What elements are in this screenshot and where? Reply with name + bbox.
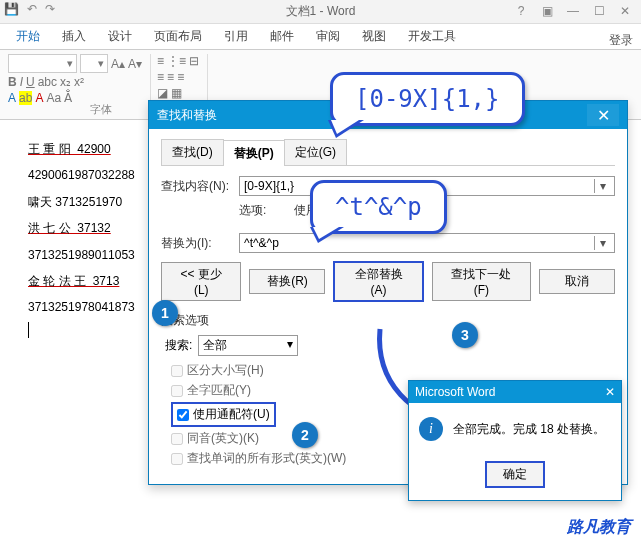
search-scope-label: 搜索: <box>165 337 192 354</box>
underline-button[interactable]: U <box>26 75 35 89</box>
search-scope-select[interactable]: 全部▾ <box>198 335 298 356</box>
tab-find[interactable]: 查找(D) <box>161 139 224 165</box>
tab-insert[interactable]: 插入 <box>54 24 94 49</box>
window-title: 文档1 - Word <box>286 3 356 20</box>
italic-button[interactable]: I <box>20 75 23 89</box>
find-label: 查找内容(N): <box>161 178 233 195</box>
replace-label: 替换为(I): <box>161 235 233 252</box>
cancel-button[interactable]: 取消 <box>539 269 615 294</box>
step-badge-3: 3 <box>452 322 478 348</box>
find-next-button[interactable]: 查找下一处(F) <box>432 262 531 301</box>
callout-tail <box>310 227 344 243</box>
tab-goto[interactable]: 定位(G) <box>284 139 347 165</box>
msgbox-text: 全部完成。完成 18 处替换。 <box>453 421 605 438</box>
tab-review[interactable]: 审阅 <box>308 24 348 49</box>
tab-design[interactable]: 设计 <box>100 24 140 49</box>
msgbox-close-icon[interactable]: ✕ <box>605 385 615 399</box>
info-icon: i <box>419 417 443 441</box>
bullets-icon[interactable]: ≡ <box>157 54 164 68</box>
options-label: 选项: <box>239 203 266 217</box>
dropdown-icon[interactable]: ▾ <box>594 236 610 250</box>
font-selector[interactable]: ▾ <box>8 54 77 73</box>
help-icon[interactable]: ? <box>509 2 533 20</box>
search-options-heading: 搜索选项 <box>161 312 615 329</box>
search-scope-value: 全部 <box>203 337 227 354</box>
undo-icon[interactable]: ↶ <box>27 2 37 16</box>
dialog-close-icon[interactable]: ✕ <box>587 104 619 126</box>
subscript-icon[interactable]: x₂ <box>60 75 71 89</box>
change-case-icon[interactable]: Aa <box>46 91 61 105</box>
strike-icon[interactable]: abc <box>38 75 57 89</box>
chk-use-wildcards[interactable]: 使用通配符(U) <box>171 402 276 427</box>
replace-input[interactable]: ^t^&^p ▾ <box>239 233 615 253</box>
replace-button[interactable]: 替换(R) <box>249 269 325 294</box>
font-group-label: 字体 <box>90 102 112 117</box>
dialog-title: 查找和替换 <box>157 107 217 124</box>
align-right-icon[interactable]: ≡ <box>177 70 184 84</box>
watermark: 路凡教育 <box>567 517 631 538</box>
find-input-value: [0-9X]{1,} <box>244 179 294 193</box>
login-link[interactable]: 登录 <box>609 32 633 49</box>
callout-tail <box>328 120 364 138</box>
fontsize-selector[interactable]: ▾ <box>80 54 108 73</box>
align-left-icon[interactable]: ≡ <box>157 70 164 84</box>
shading-icon[interactable]: ◪ <box>157 86 168 100</box>
bold-button[interactable]: B <box>8 75 17 89</box>
restore-icon[interactable]: ▣ <box>535 2 559 20</box>
tab-replace[interactable]: 替换(P) <box>223 140 285 166</box>
replace-all-button[interactable]: 全部替换(A) <box>333 261 423 302</box>
tab-layout[interactable]: 页面布局 <box>146 24 210 49</box>
superscript-icon[interactable]: x² <box>74 75 84 89</box>
borders-icon[interactable]: ▦ <box>171 86 182 100</box>
step-badge-1: 1 <box>152 300 178 326</box>
callout-find-pattern: [0-9X]{1,} <box>330 72 525 126</box>
step-badge-2: 2 <box>292 422 318 448</box>
tab-developer[interactable]: 开发工具 <box>400 24 464 49</box>
dropdown-icon[interactable]: ▾ <box>594 179 610 193</box>
msgbox-title: Microsoft Word <box>415 385 495 399</box>
msgbox-ok-button[interactable]: 确定 <box>485 461 545 488</box>
shrink-font-icon[interactable]: A▾ <box>128 57 142 71</box>
callout-replace-pattern: ^t^&^p <box>310 180 447 234</box>
tab-view[interactable]: 视图 <box>354 24 394 49</box>
tab-mailings[interactable]: 邮件 <box>262 24 302 49</box>
align-center-icon[interactable]: ≡ <box>167 70 174 84</box>
char-scale-icon[interactable]: A̐ <box>64 91 72 105</box>
tab-references[interactable]: 引用 <box>216 24 256 49</box>
multilevel-icon[interactable]: ⊟ <box>189 54 199 68</box>
window-titlebar: 💾 ↶ ↷ 文档1 - Word ? ▣ — ☐ ✕ <box>0 0 641 24</box>
less-button[interactable]: << 更少(L) <box>161 262 241 301</box>
chk-match-case: 区分大小写(H) <box>171 362 615 379</box>
minimize-icon[interactable]: — <box>561 2 585 20</box>
redo-icon[interactable]: ↷ <box>45 2 55 16</box>
grow-font-icon[interactable]: A▴ <box>111 57 125 71</box>
ribbon-tabs: 开始 插入 设计 页面布局 引用 邮件 审阅 视图 开发工具 登录 <box>0 24 641 50</box>
result-msgbox: Microsoft Word ✕ i 全部完成。完成 18 处替换。 确定 <box>408 380 622 501</box>
numbering-icon[interactable]: ⋮≡ <box>167 54 186 68</box>
tab-home[interactable]: 开始 <box>8 24 48 49</box>
replace-input-value: ^t^&^p <box>244 236 279 250</box>
save-icon[interactable]: 💾 <box>4 2 19 16</box>
msgbox-titlebar[interactable]: Microsoft Word ✕ <box>409 381 621 403</box>
close-icon[interactable]: ✕ <box>613 2 637 20</box>
highlight-icon[interactable]: ab <box>19 91 32 105</box>
text-effects-icon[interactable]: A <box>35 91 43 105</box>
text-caret <box>28 322 29 338</box>
maximize-icon[interactable]: ☐ <box>587 2 611 20</box>
font-color-icon[interactable]: A <box>8 91 16 105</box>
